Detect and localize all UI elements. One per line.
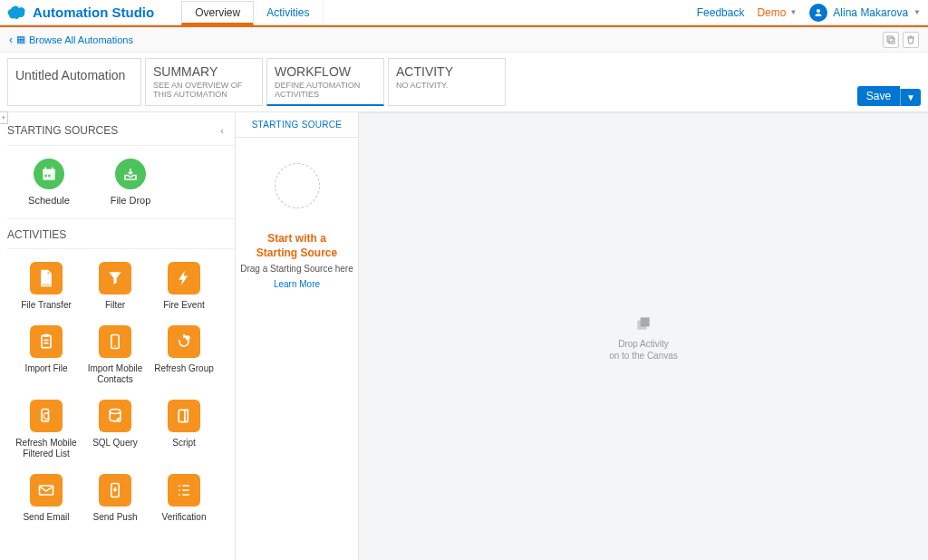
mode-tab-activity[interactable]: ACTIVITY NO ACTIVITY. bbox=[388, 58, 506, 106]
source-schedule[interactable]: Schedule bbox=[22, 159, 76, 206]
bolt-icon bbox=[168, 262, 200, 294]
learn-more-link[interactable]: Learn More bbox=[274, 279, 320, 289]
push-icon bbox=[99, 474, 131, 507]
activity-label: Verification bbox=[162, 512, 207, 523]
activities-grid: File TransferFilterFire EventImport File… bbox=[7, 256, 235, 526]
mode-activity-sub: NO ACTIVITY. bbox=[396, 81, 498, 90]
activity-envelope[interactable]: Send Email bbox=[13, 474, 80, 523]
starting-sources-header: STARTING SOURCES ‹ bbox=[7, 120, 235, 146]
activity-bolt[interactable]: Fire Event bbox=[150, 262, 218, 311]
svg-point-14 bbox=[110, 410, 121, 414]
activities-header: ACTIVITIES bbox=[7, 218, 235, 249]
automation-title[interactable]: Untitled Automation bbox=[7, 58, 141, 106]
start-title: Start with aStarting Source bbox=[256, 232, 337, 260]
database-icon bbox=[99, 400, 131, 432]
expand-handle[interactable]: + bbox=[0, 111, 8, 124]
activity-label: Send Email bbox=[23, 512, 69, 523]
scroll-icon bbox=[168, 400, 200, 432]
start-subtitle: Drag a Starting Source here bbox=[240, 264, 353, 274]
checklist-icon bbox=[168, 474, 200, 507]
mode-workflow-sub: DEFINE AUTOMATION ACTIVITIES bbox=[275, 81, 376, 99]
drop-hint: Drop Activityon to the Canvas bbox=[609, 338, 678, 362]
top-nav: Automation Studio Overview Activities Fe… bbox=[0, 0, 928, 25]
mode-tab-workflow[interactable]: WORKFLOW DEFINE AUTOMATION ACTIVITIES bbox=[266, 58, 384, 106]
activity-funnel[interactable]: Filter bbox=[82, 262, 149, 311]
chevron-left-icon: ‹ bbox=[9, 34, 13, 46]
svg-rect-5 bbox=[52, 168, 53, 170]
username: Alina Makarova bbox=[833, 6, 908, 19]
browse-automations-link[interactable]: ‹ ▦ Browse All Automations bbox=[9, 34, 133, 46]
svg-point-11 bbox=[114, 345, 116, 347]
mode-activity-title: ACTIVITY bbox=[396, 64, 498, 79]
file-icon bbox=[30, 262, 63, 294]
workspace: STARTING SOURCES ‹ Schedule File Drop AC… bbox=[0, 112, 928, 560]
mode-summary-sub: SEE AN OVERVIEW OF THIS AUTOMATION bbox=[153, 81, 255, 99]
svg-rect-19 bbox=[641, 317, 650, 326]
activity-clipboard[interactable]: Import File bbox=[13, 325, 80, 385]
activity-label: Refresh Group bbox=[154, 363, 214, 374]
refresh-icon bbox=[168, 325, 200, 358]
svg-rect-8 bbox=[42, 335, 51, 347]
chevron-down-icon: ▼ bbox=[789, 8, 797, 16]
clipboard-icon bbox=[30, 325, 63, 358]
activity-database[interactable]: SQL Query bbox=[82, 400, 149, 459]
mode-tab-summary[interactable]: SUMMARY SEE AN OVERVIEW OF THIS AUTOMATI… bbox=[145, 58, 263, 106]
activity-label: SQL Query bbox=[92, 438, 138, 449]
funnel-icon bbox=[99, 262, 131, 294]
account-dropdown[interactable]: Demo▼ bbox=[757, 6, 797, 19]
activity-scroll[interactable]: Script bbox=[150, 400, 218, 459]
starting-source-dropzone[interactable] bbox=[275, 163, 320, 208]
svg-rect-9 bbox=[44, 334, 49, 337]
activity-phone[interactable]: Import Mobile Contacts bbox=[82, 325, 149, 385]
chevron-down-icon: ▼ bbox=[914, 8, 921, 16]
save-dropdown[interactable]: ▼ bbox=[900, 89, 921, 106]
activity-refresh[interactable]: Refresh Group bbox=[150, 325, 218, 385]
mode-workflow-title: WORKFLOW bbox=[275, 64, 376, 79]
delete-button[interactable] bbox=[903, 32, 919, 48]
activity-label: Script bbox=[172, 438, 196, 449]
mobile-refresh-icon bbox=[30, 400, 63, 432]
activity-label: Import File bbox=[24, 363, 67, 374]
svg-rect-7 bbox=[48, 175, 50, 177]
phone-icon bbox=[99, 325, 131, 358]
app-title: Automation Studio bbox=[33, 5, 154, 20]
copy-button[interactable] bbox=[883, 32, 899, 48]
svg-rect-3 bbox=[43, 169, 55, 173]
feedback-link[interactable]: Feedback bbox=[697, 6, 745, 19]
activities-header-label: ACTIVITIES bbox=[7, 228, 66, 241]
envelope-icon bbox=[30, 474, 63, 507]
automation-title-text: Untitled Automation bbox=[15, 68, 125, 82]
salesforce-cloud-icon bbox=[5, 5, 27, 20]
svg-rect-1 bbox=[889, 38, 894, 43]
activity-file[interactable]: File Transfer bbox=[13, 262, 80, 311]
svg-rect-0 bbox=[887, 36, 893, 42]
source-file-drop-label: File Drop bbox=[111, 195, 151, 206]
save-button[interactable]: Save bbox=[857, 86, 900, 106]
tab-activities-label: Activities bbox=[266, 6, 309, 19]
source-schedule-label: Schedule bbox=[28, 195, 70, 206]
tab-overview[interactable]: Overview bbox=[181, 1, 254, 25]
tab-overview-label: Overview bbox=[195, 6, 240, 19]
stack-icon bbox=[634, 314, 652, 333]
tab-activities[interactable]: Activities bbox=[254, 0, 323, 24]
activity-mobile-refresh[interactable]: Refresh Mobile Filtered List bbox=[13, 400, 80, 459]
inbox-icon bbox=[115, 159, 146, 189]
starting-sources-label: STARTING SOURCES bbox=[7, 124, 118, 137]
activity-drop-canvas[interactable]: Drop Activityon to the Canvas bbox=[359, 112, 928, 560]
secondary-bar: ‹ ▦ Browse All Automations bbox=[0, 27, 928, 53]
grid-icon: ▦ bbox=[16, 34, 25, 45]
starting-source-column: STARTING SOURCE Start with aStarting Sou… bbox=[236, 112, 359, 560]
svg-point-12 bbox=[186, 335, 190, 340]
user-menu[interactable]: Alina Makarova ▼ bbox=[809, 4, 921, 22]
calendar-icon bbox=[34, 159, 64, 189]
activity-push[interactable]: Send Push bbox=[82, 474, 149, 523]
activity-checklist[interactable]: Verification bbox=[150, 474, 218, 523]
avatar bbox=[809, 4, 827, 22]
svg-rect-6 bbox=[45, 175, 47, 177]
starting-sources-grid: Schedule File Drop bbox=[7, 153, 235, 218]
source-file-drop[interactable]: File Drop bbox=[103, 159, 158, 206]
save-label: Save bbox=[866, 90, 891, 102]
collapse-panel-button[interactable]: ‹ bbox=[215, 123, 229, 138]
account-label: Demo bbox=[757, 6, 786, 19]
starting-source-col-header: STARTING SOURCE bbox=[236, 112, 358, 138]
